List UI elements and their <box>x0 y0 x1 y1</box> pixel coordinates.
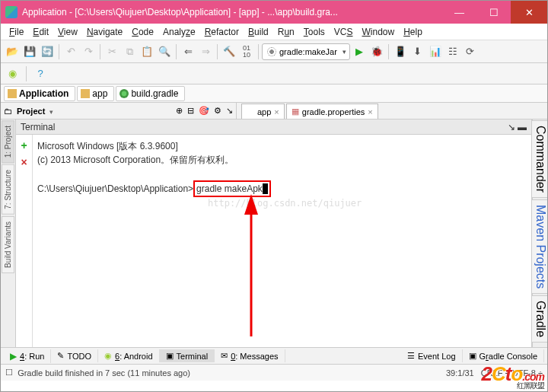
crumb-file[interactable]: build.gradle <box>116 86 185 101</box>
rail-gradle[interactable]: Gradle <box>531 295 549 343</box>
encoding: CRLF ÷ UTF-8 ÷ <box>481 368 543 378</box>
bits-icon[interactable]: 0110 <box>238 43 255 60</box>
gear-icon <box>267 47 276 56</box>
close-icon[interactable]: × <box>368 107 372 116</box>
paste-icon[interactable]: 📋 <box>139 43 155 60</box>
sync-icon[interactable]: 🔄 <box>39 43 56 60</box>
secondary-toolbar: ◉ ? <box>1 63 547 84</box>
copy-icon[interactable]: ⧉ <box>121 43 138 60</box>
close-button[interactable]: ✕ <box>511 1 547 24</box>
bottom-android[interactable]: ◉6: Android <box>98 349 160 362</box>
close-icon[interactable]: × <box>274 107 279 116</box>
forward-icon[interactable]: ⇒ <box>197 43 214 60</box>
back-icon[interactable]: ⇐ <box>180 43 196 60</box>
save-icon[interactable]: 💾 <box>21 43 38 60</box>
app-icon <box>5 6 18 18</box>
cut-icon[interactable]: ✂ <box>104 43 120 60</box>
find-icon[interactable]: 🔍 <box>156 43 173 60</box>
terminal-title: Terminal <box>21 122 55 132</box>
terminal-gutter: + × <box>16 135 33 347</box>
terminal-line: Microsoft Windows [版本 6.3.9600] <box>37 139 527 153</box>
gear-icon[interactable]: ⚙ <box>214 106 221 116</box>
annotation-arrow <box>246 199 276 340</box>
sdk-icon[interactable]: ⬇ <box>409 43 426 60</box>
breadcrumb: Application app build.gradle <box>1 84 547 103</box>
structure-icon[interactable]: ☷ <box>444 43 461 60</box>
status-bar: ☐ Gradle build finished in 7 sec (11 min… <box>1 364 547 381</box>
avd-icon[interactable]: 📱 <box>392 43 409 60</box>
menu-view[interactable]: View <box>54 25 81 39</box>
monitor-icon[interactable]: 📊 <box>427 43 444 60</box>
run-config-selector[interactable]: gradle:makeJar <box>262 43 350 60</box>
window-title: Application - [C:\Users\Qiujuer\Desktop\… <box>22 7 442 18</box>
terminal-prompt-line: C:\Users\Qiujuer\Desktop\Application>gra… <box>37 180 527 197</box>
sync-gradle-icon[interactable]: ⟳ <box>462 43 479 60</box>
bottom-eventlog[interactable]: ☰Event Log <box>401 349 463 362</box>
project-label[interactable]: Project <box>17 107 45 116</box>
debug-button[interactable]: 🐞 <box>368 43 385 60</box>
menu-analyze[interactable]: Analyze <box>159 25 199 39</box>
menu-build[interactable]: Build <box>244 25 272 39</box>
terminal-line: (c) 2013 Microsoft Corporation。保留所有权利。 <box>37 153 527 167</box>
chevron-down-icon[interactable] <box>49 107 59 116</box>
rail-structure[interactable]: 7: Structure <box>2 164 14 215</box>
collapse-icon[interactable]: ⊟ <box>187 106 194 116</box>
make-icon[interactable]: 🔨 <box>221 43 237 60</box>
minimize-button[interactable]: — <box>442 1 476 24</box>
android-icon[interactable]: ◉ <box>4 65 21 82</box>
editor-tabs: app× ▦gradle.properties× <box>237 103 380 119</box>
terminal-panel: Terminal ↘ ▬ + × Microsoft Windows [版本 6… <box>16 120 532 347</box>
menu-navigate[interactable]: Navigate <box>83 25 126 39</box>
hide-icon[interactable]: ↘ <box>226 106 233 116</box>
menu-refactor[interactable]: Refactor <box>201 25 243 39</box>
status-restore-icon[interactable]: ☐ <box>5 368 13 378</box>
menu-tools[interactable]: Tools <box>300 25 329 39</box>
command-highlight: gradle makeApk <box>193 180 271 197</box>
menu-run[interactable]: Run <box>274 25 298 39</box>
scroll-from-icon[interactable]: ⊕ <box>176 106 183 116</box>
project-panel-header: 🗀 Project ⊕ ⊟ 🎯 ⚙ ↘ <box>1 103 237 119</box>
open-icon[interactable]: 📂 <box>4 43 21 60</box>
status-message: Gradle build finished in 7 sec (11 minut… <box>18 368 190 378</box>
bottom-gradle-console[interactable]: ▣Gradle Console <box>463 349 544 362</box>
crumb-module[interactable]: app <box>77 86 114 101</box>
settings-icon[interactable]: 🎯 <box>199 106 209 116</box>
close-session-icon[interactable]: × <box>21 156 27 168</box>
bottom-todo[interactable]: ✎TODO <box>51 349 98 362</box>
terminal-hide-icon[interactable]: ↘ ▬ <box>508 122 527 132</box>
rail-commander[interactable]: Commander <box>531 120 549 198</box>
bottom-tool-bar: ▶4: Run ✎TODO ◉6: Android ▣Terminal ✉0: … <box>1 347 547 364</box>
left-tool-rail: 1: Project 7: Structure Build Variants <box>1 120 16 347</box>
menu-edit[interactable]: Edit <box>29 25 53 39</box>
menubar: File Edit View Navigate Code Analyze Ref… <box>1 24 547 40</box>
tab-app[interactable]: app× <box>241 104 285 119</box>
watermark: http://blog.csdn.net/qiujuer <box>208 196 362 210</box>
tab-gradle-properties[interactable]: ▦gradle.properties× <box>286 104 378 119</box>
menu-help[interactable]: Help <box>400 25 426 39</box>
menu-code[interactable]: Code <box>128 25 158 39</box>
new-session-icon[interactable]: + <box>21 139 27 151</box>
menu-vcs[interactable]: VCS <box>330 25 357 39</box>
rail-project[interactable]: 1: Project <box>2 120 14 163</box>
bottom-run[interactable]: ▶4: Run <box>4 349 51 363</box>
run-config-label: gradle:makeJar <box>279 47 337 56</box>
menu-window[interactable]: Window <box>358 25 398 39</box>
help-icon[interactable]: ? <box>32 65 49 82</box>
crumb-root[interactable]: Application <box>4 86 75 101</box>
maximize-button[interactable]: ☐ <box>476 1 511 24</box>
right-tool-rail: Commander Maven Projects Gradle <box>532 120 547 347</box>
bottom-terminal[interactable]: ▣Terminal <box>160 349 215 362</box>
rail-maven[interactable]: Maven Projects <box>531 199 549 294</box>
rail-build-variants[interactable]: Build Variants <box>2 216 14 273</box>
bottom-messages[interactable]: ✉0: Messages <box>215 349 285 362</box>
undo-icon[interactable]: ↶ <box>62 43 79 60</box>
run-button[interactable]: ▶ <box>351 43 368 60</box>
main-toolbar: 📂 💾 🔄 ↶ ↷ ✂ ⧉ 📋 🔍 ⇐ ⇒ 🔨 0110 gradle:make… <box>1 40 547 63</box>
menu-file[interactable]: File <box>5 25 27 39</box>
titlebar: Application - [C:\Users\Qiujuer\Desktop\… <box>1 1 547 24</box>
terminal-output[interactable]: Microsoft Windows [版本 6.3.9600] (c) 2013… <box>33 135 531 347</box>
redo-icon[interactable]: ↷ <box>80 43 97 60</box>
caret-position: 39:1/31 <box>446 368 474 378</box>
